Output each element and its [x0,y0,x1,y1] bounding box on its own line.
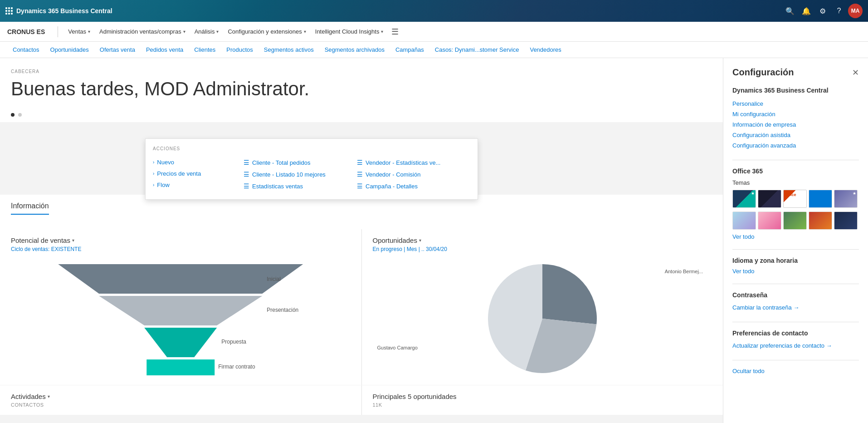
subnav-seg-activos[interactable]: Segmentos activos [258,42,319,58]
dropdown-precios[interactable]: › Precios de venta [153,168,244,179]
theme-blue[interactable] [809,190,832,208]
carousel-dots [0,108,723,122]
label-presentacion: Presentación [267,307,298,313]
chevron-down-icon: ▾ [216,29,219,34]
activities-subtitle: CONTACTOS [11,402,351,408]
config-link-mi-config[interactable]: Mi configuración [732,109,859,119]
dropdown-cliente-total[interactable]: ☰ Cliente - Total pedidos [244,157,357,168]
theme-sunset[interactable] [809,212,832,230]
activities-row: Actividades ▾ CONTACTOS Principales 5 op… [0,385,723,415]
nav-cloud[interactable]: Intelligent Cloud Insights ▾ [311,22,388,42]
pie-chart-subtitle: En progreso | Mes | .. 30/04/20 [373,246,712,252]
chevron-down-icon[interactable]: ▾ [419,238,421,243]
subnav-contactos[interactable]: Contactos [7,42,45,58]
header-label: CABECERA [11,69,712,74]
funnel-chart-subtitle: Ciclo de ventas: EXISTENTE [11,246,351,252]
funnel-chart-title: Potencial de ventas ▾ [11,236,351,244]
info-section: Información [0,195,723,229]
funnel-stage-presentacion [99,296,262,325]
dropdown-nuevo[interactable]: › Nuevo [153,157,244,168]
top-bar-icons: 🔍 🔔 ⚙ ? MA [783,4,863,18]
nav-ventas[interactable]: Ventas ▾ [63,22,95,42]
funnel-stage-inicial [58,264,303,294]
pie-chart-title: Oportunidades ▾ [373,236,712,244]
subnav-casos[interactable]: Casos: Dynami...stomer Service [429,42,525,58]
config-divider-5 [732,360,859,360]
config-password-title: Contraseña [732,291,859,299]
subnav-vendedores[interactable]: Vendedores [524,42,566,58]
dropdown-vendedor-stats[interactable]: ☰ Vendedor - Estadísticas ve... [357,157,470,168]
main-layout: CABECERA Buenas tardes, MOD Administrato… [0,58,868,423]
subnav-pedidos[interactable]: Pedidos venta [141,42,189,58]
nav-admin[interactable]: Administración ventas/compras ▾ [95,22,190,42]
top-bar: Dynamics 365 Business Central 🔍 🔔 ⚙ ? MA [0,0,868,22]
pie-chart: Antonio Bermej... Gustavo Camargo [373,260,712,378]
config-dynamics-section: Dynamics 365 Business Central Personalic… [732,87,859,151]
search-icon[interactable]: 🔍 [783,4,797,18]
chevron-down-icon: ▾ [88,29,90,34]
config-link-config-asistida[interactable]: Configuración asistida [732,130,859,140]
settings-icon[interactable]: ⚙ [815,4,830,18]
dropdown-campana-detalles[interactable]: ☰ Campaña - Detalles [357,180,470,192]
themes-grid-row2 [732,212,859,230]
app-launcher[interactable] [5,7,13,15]
config-link-personalice[interactable]: Personalice [732,98,859,109]
subnav-seg-archivados[interactable]: Segmentos archivados [319,42,390,58]
notification-icon[interactable]: 🔔 [799,4,814,18]
config-password-section: Contraseña Cambiar la contraseña → [732,291,859,313]
subnav-ofertas[interactable]: Ofertas venta [94,42,141,58]
theme-dark[interactable] [758,190,781,208]
config-divider-3 [732,284,859,284]
dropdown-flow[interactable]: › Flow [153,179,244,191]
chevron-down-icon[interactable]: ▾ [48,394,50,399]
help-icon[interactable]: ? [832,4,846,18]
app-title: Dynamics 365 Business Central [16,7,112,15]
dropdown-estadisticas[interactable]: ☰ Estadísticas ventas [244,180,357,192]
config-ocultar-todo[interactable]: Ocultar todo [732,368,859,374]
dropdown-col2: ☰ Cliente - Total pedidos ☰ Cliente - Li… [244,146,357,192]
config-contact-link[interactable]: Actualizar preferencias de contacto → [732,340,859,351]
pie-svg [488,264,597,373]
dot-active[interactable] [11,113,15,117]
subnav-oportunidades[interactable]: Oportunidades [45,42,94,58]
sub-nav: Contactos Oportunidades Ofertas venta Pe… [0,42,868,58]
content-area: CABECERA Buenas tardes, MOD Administrato… [0,58,723,423]
subnav-campanas[interactable]: Campañas [390,42,429,58]
chevron-right-icon: › [153,160,154,165]
config-link-config-avanzada[interactable]: Configuración avanzada [732,140,859,151]
theme-office[interactable]: Office [783,190,807,208]
dropdown-vendedor-comision[interactable]: ☰ Vendedor - Comisión [357,168,470,180]
config-ver-todo-temas[interactable]: Ver todo [732,233,859,240]
theme-starred[interactable]: ★ [834,190,858,208]
config-link-info-empresa[interactable]: Información de empresa [732,119,859,130]
nav-analisis[interactable]: Análisis ▾ [190,22,224,42]
pie-label-antonio: Antonio Bermej... [665,269,703,274]
theme-pink[interactable] [758,212,781,230]
chevron-right-icon: › [153,171,154,176]
theme-gradient1[interactable] [732,212,756,230]
avatar[interactable]: MA [848,4,863,18]
config-office-section: Office 365 Temas ★ Establecer tema a Cir… [732,167,859,240]
hamburger-menu[interactable]: ☰ [391,27,399,37]
theme-dark2[interactable] [834,212,858,230]
top5-container: Principales 5 oportunidades 11k [362,385,723,415]
config-ver-todo-idioma[interactable]: Ver todo [732,268,859,275]
company-name: CRONUS ES [7,28,45,35]
dot-inactive[interactable] [18,113,22,117]
pie-label-gustavo: Gustavo Camargo [377,345,418,350]
chevron-down-icon: ▾ [381,29,383,34]
subnav-clientes[interactable]: Clientes [189,42,221,58]
chevron-down-icon[interactable]: ▾ [72,238,74,243]
dropdown-menu: ACCIONES › Nuevo › Precios de venta › Fl… [145,138,478,200]
theme-landscape[interactable] [783,212,807,230]
config-password-link[interactable]: Cambiar la contraseña → [732,302,859,313]
config-divider-2 [732,249,859,250]
dropdown-col3-spacer [357,146,470,151]
dropdown-col2-spacer [244,146,357,151]
nav-config-ext[interactable]: Configuración y extensiones ▾ [223,22,310,42]
close-icon[interactable]: ✕ [852,68,859,78]
funnel-stage-propuesta [144,328,217,357]
theme-circuit[interactable]: ★ Establecer tema a Circuito [732,190,756,208]
subnav-productos[interactable]: Productos [221,42,258,58]
dropdown-cliente-listado[interactable]: ☰ Cliente - Listado 10 mejores [244,168,357,180]
